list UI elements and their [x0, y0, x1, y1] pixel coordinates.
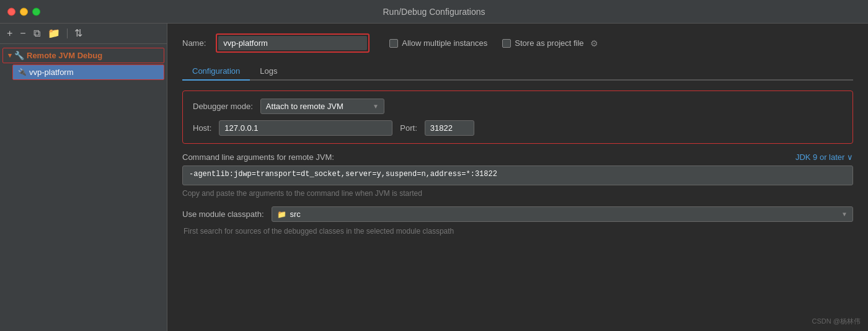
module-select[interactable]: 📁 src ▼ [272, 206, 853, 222]
tree-child-icon-debug: 🔌 [18, 68, 27, 76]
jdk-link[interactable]: JDK 9 or later ∨ [795, 152, 853, 162]
tree-parent-icon-folder: 🔧 [14, 51, 24, 60]
gear-icon[interactable]: ⚙ [590, 38, 598, 48]
window-title: Run/Debug Configurations [383, 7, 485, 17]
tab-configuration[interactable]: Configuration [182, 63, 250, 81]
port-label: Port: [400, 123, 417, 133]
module-value: src [290, 210, 838, 219]
module-label: Use module classpath: [182, 210, 264, 219]
module-row: Use module classpath: 📁 src ▼ [182, 206, 853, 222]
host-label: Host: [193, 123, 211, 133]
cmdline-hint: Copy and paste the arguments to the comm… [182, 189, 853, 198]
tab-logs[interactable]: Logs [250, 63, 287, 81]
folder-config-button[interactable]: 📁 [46, 27, 62, 40]
remove-config-button[interactable]: − [18, 27, 27, 40]
debugger-mode-label: Debugger mode: [193, 102, 253, 111]
debugger-mode-arrow: ▼ [373, 103, 379, 110]
sidebar-toolbar: + − ⧉ 📁 ⇅ [0, 24, 167, 44]
name-input-wrapper [216, 33, 370, 53]
host-port-row: Host: Port: [193, 120, 843, 136]
cmdline-header: Command line arguments for remote JVM: J… [182, 152, 853, 162]
watermark: CSDN @杨林伟 [812, 317, 861, 326]
name-row: Name: Allow multiple instances Store as … [182, 33, 853, 53]
tree-container: ▾ 🔧 Remote JVM Debug 🔌 vvp-platform [0, 44, 167, 84]
sort-config-button[interactable]: ⇅ [73, 27, 84, 40]
debugger-mode-value: Attach to remote JVM [266, 102, 369, 111]
main-layout: + − ⧉ 📁 ⇅ ▾ 🔧 Remote JVM Debug 🔌 vvp-pla… [0, 24, 868, 331]
store-project-option: Store as project file ⚙ [502, 38, 598, 48]
tree-child-item[interactable]: 🔌 vvp-platform [12, 64, 164, 80]
module-hint: First search for sources of the debugged… [182, 227, 853, 236]
module-folder-icon: 📁 [277, 210, 286, 219]
cmdline-box: -agentlib:jdwp=transport=dt_socket,serve… [182, 166, 853, 185]
close-button[interactable] [7, 7, 16, 15]
tabs-container: Configuration Logs [182, 63, 853, 81]
debugger-mode-row: Debugger mode: Attach to remote JVM ▼ [193, 99, 843, 114]
config-section: Debugger mode: Attach to remote JVM ▼ Ho… [182, 90, 853, 144]
store-project-checkbox[interactable] [502, 39, 511, 48]
name-label: Name: [182, 38, 206, 48]
allow-multiple-label: Allow multiple instances [402, 38, 487, 48]
content-area: Name: Allow multiple instances Store as … [167, 24, 868, 331]
module-arrow: ▼ [841, 211, 848, 218]
toolbar-separator [67, 29, 68, 38]
store-project-label: Store as project file [515, 38, 583, 48]
maximize-button[interactable] [32, 7, 40, 15]
sidebar: + − ⧉ 📁 ⇅ ▾ 🔧 Remote JVM Debug 🔌 vvp-pla… [0, 24, 167, 331]
tree-parent-label: Remote JVM Debug [27, 51, 102, 60]
host-input[interactable] [219, 120, 392, 136]
allow-multiple-checkbox[interactable] [389, 39, 398, 48]
tree-expand-icon: ▾ [8, 51, 12, 60]
name-input[interactable] [218, 36, 367, 50]
options-group: Allow multiple instances Store as projec… [389, 38, 598, 48]
add-config-button[interactable]: + [5, 27, 14, 40]
traffic-lights [7, 7, 40, 15]
port-input[interactable] [425, 120, 474, 136]
allow-multiple-option: Allow multiple instances [389, 38, 487, 48]
debugger-mode-select[interactable]: Attach to remote JVM ▼ [260, 99, 384, 114]
titlebar: Run/Debug Configurations [0, 0, 868, 24]
tree-child-label: vvp-platform [29, 68, 74, 77]
minimize-button[interactable] [20, 7, 28, 15]
copy-config-button[interactable]: ⧉ [32, 27, 42, 40]
tree-parent-item[interactable]: ▾ 🔧 Remote JVM Debug [2, 48, 164, 63]
cmdline-label: Command line arguments for remote JVM: [182, 152, 334, 162]
